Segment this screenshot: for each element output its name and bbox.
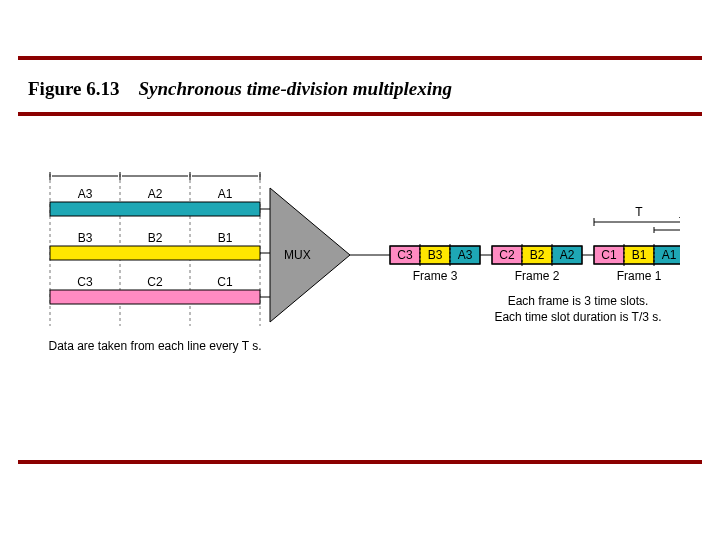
frame-slot-label: A3 [458, 248, 473, 262]
frame-slot-label: C2 [499, 248, 515, 262]
output-time-label: T [635, 205, 643, 219]
input-cell-label: B3 [78, 231, 93, 245]
frame-name: Frame 1 [617, 269, 662, 283]
bottom-rule [18, 460, 702, 464]
input-cell-label: C2 [147, 275, 163, 289]
output-note-2: Each time slot duration is T/3 s. [494, 310, 661, 324]
frame-name: Frame 2 [515, 269, 560, 283]
input-cell-label: C3 [77, 275, 93, 289]
frame-slot-label: B1 [632, 248, 647, 262]
input-cell-label: A2 [148, 187, 163, 201]
slot-time-label: T/3 [679, 215, 680, 229]
figure-label: Figure 6.13 [28, 78, 119, 99]
frame-slot-label: C1 [601, 248, 617, 262]
tdm-diagram: TTTA3A2A1B3B2B1C3C2C1Data are taken from… [40, 170, 680, 400]
frame-slot-label: B2 [530, 248, 545, 262]
input-note: Data are taken from each line every T s. [49, 339, 262, 353]
input-cell-label: B2 [148, 231, 163, 245]
output-note-1: Each frame is 3 time slots. [508, 294, 649, 308]
mid-rule [18, 112, 702, 116]
input-line-C [50, 290, 260, 304]
top-rule [18, 56, 702, 60]
frame-slot-label: B3 [428, 248, 443, 262]
frame-name: Frame 3 [413, 269, 458, 283]
input-cell-label: C1 [217, 275, 233, 289]
time-label: T [81, 170, 89, 173]
frame-slot-label: A2 [560, 248, 575, 262]
time-label: T [151, 170, 159, 173]
mux-label: MUX [284, 248, 311, 262]
frame-slot-label: C3 [397, 248, 413, 262]
input-cell-label: B1 [218, 231, 233, 245]
figure-caption: Synchronous time-division multiplexing [138, 78, 452, 99]
time-label: T [221, 170, 229, 173]
input-line-A [50, 202, 260, 216]
frame-slot-label: A1 [662, 248, 677, 262]
figure-title: Figure 6.13 Synchronous time-division mu… [28, 78, 452, 100]
input-cell-label: A3 [78, 187, 93, 201]
input-cell-label: A1 [218, 187, 233, 201]
input-line-B [50, 246, 260, 260]
